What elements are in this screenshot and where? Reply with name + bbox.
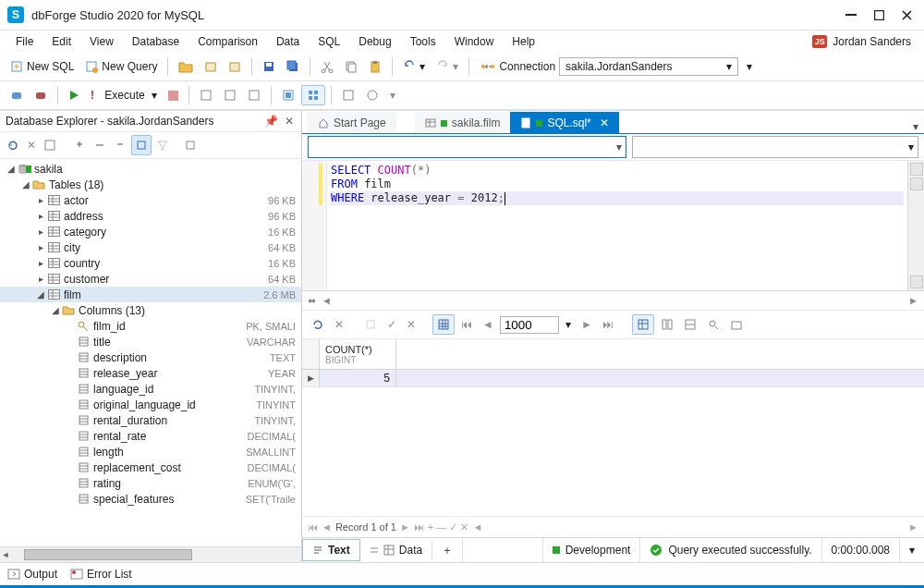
tab-sql[interactable]: SQL.sql*✕ xyxy=(510,112,618,133)
sql-editor[interactable]: SELECT COUNT(*) FROM film WHERE release_… xyxy=(302,161,924,291)
tb-g[interactable] xyxy=(361,86,383,104)
pin-icon[interactable]: 📌 xyxy=(264,115,277,128)
close-button[interactable] xyxy=(900,8,913,21)
tb-c[interactable] xyxy=(243,86,265,104)
tree-row[interactable]: ◢Tables (18) xyxy=(0,177,301,192)
tree-row[interactable]: rental_durationTINYINT, xyxy=(0,412,301,428)
db-disc-icon[interactable] xyxy=(30,86,52,104)
view-export-icon[interactable] xyxy=(726,315,747,334)
grid-cell[interactable]: 5 xyxy=(320,370,396,386)
results-commit-icon[interactable]: ✓ xyxy=(383,315,400,334)
page-next-icon[interactable]: ► xyxy=(578,315,596,334)
copy-button[interactable] xyxy=(340,57,362,76)
tab-close-icon[interactable]: ✕ xyxy=(600,116,609,129)
page-last-icon[interactable]: ⏭ xyxy=(599,315,617,334)
cut-button[interactable] xyxy=(316,57,338,76)
schema-selector[interactable]: ▾ xyxy=(632,136,918,158)
refresh-icon[interactable] xyxy=(4,136,22,154)
view-grid-icon[interactable] xyxy=(632,314,654,335)
expand-icon[interactable] xyxy=(111,136,129,154)
tb-e[interactable] xyxy=(301,85,325,105)
toolbar-btn-2[interactable] xyxy=(224,57,246,76)
add-view-button[interactable]: ＋ xyxy=(432,539,463,562)
tb-f[interactable] xyxy=(337,86,359,104)
menu-tools[interactable]: Tools xyxy=(402,32,444,51)
editor-splitter[interactable]: ⬌ ◄► xyxy=(302,291,924,311)
nav-prev-icon[interactable]: ◄ xyxy=(322,521,332,533)
tree-row[interactable]: language_idTINYINT, xyxy=(0,381,301,397)
tree-row[interactable]: titleVARCHAR xyxy=(0,334,301,349)
tb-a[interactable] xyxy=(195,86,217,104)
tree-row[interactable]: ◢film2.6 MB xyxy=(0,287,301,302)
tabs-overflow-button[interactable]: ▾ xyxy=(907,120,924,133)
page-dd[interactable]: ▾ xyxy=(562,315,575,334)
tree-row[interactable]: ▸city64 KB xyxy=(0,239,301,255)
run-button[interactable] xyxy=(64,87,84,104)
view-pivot-icon[interactable] xyxy=(680,315,700,334)
tree-row[interactable]: ▸actor96 KB xyxy=(0,192,301,208)
view-search-icon[interactable] xyxy=(703,315,723,334)
db-conn-icon[interactable] xyxy=(6,86,28,104)
results-grid[interactable]: COUNT(*)BIGINT ▶ 5 xyxy=(302,339,924,516)
connection-ext-button[interactable]: ▾ xyxy=(742,57,757,76)
redo-button[interactable]: ▾ xyxy=(432,57,463,76)
menu-comparison[interactable]: Comparison xyxy=(189,32,266,51)
new-query-button[interactable]: New Query xyxy=(80,57,162,76)
results-cancel-icon[interactable]: ✕ xyxy=(331,315,347,334)
menu-file[interactable]: File xyxy=(7,32,42,51)
grid-mode-icon[interactable] xyxy=(432,314,455,335)
connection-selector[interactable]: Connection sakila.JordanSanders▾ ▾ xyxy=(480,57,757,76)
nav-first-icon[interactable]: ⏮ xyxy=(308,521,318,533)
new-sql-button[interactable]: New SQL xyxy=(6,57,79,76)
tree-row[interactable]: ◢Columns (13) xyxy=(0,302,301,318)
tree-row[interactable]: release_yearYEAR xyxy=(0,365,301,381)
save-button[interactable] xyxy=(258,57,280,76)
error-list-tab[interactable]: Error List xyxy=(70,568,132,581)
user-account[interactable]: JS Jordan Sanders xyxy=(807,33,917,50)
explorer-h-scrollbar[interactable]: ◄ xyxy=(0,546,301,562)
options-icon[interactable] xyxy=(181,136,200,154)
tree-row[interactable]: lengthSMALLINT xyxy=(0,444,301,459)
maximize-button[interactable] xyxy=(872,8,885,21)
database-selector[interactable]: ▾ xyxy=(308,136,626,158)
stop-button[interactable] xyxy=(164,88,183,104)
save-all-button[interactable] xyxy=(282,57,304,76)
undo-button[interactable]: ▾ xyxy=(398,57,430,76)
execute-button[interactable]: ! Execute ▾ xyxy=(86,86,162,104)
menu-sql[interactable]: SQL xyxy=(310,32,348,51)
tb-b[interactable] xyxy=(219,86,241,104)
output-panel-tab[interactable]: Output xyxy=(7,568,57,581)
view-text-tab[interactable]: Text xyxy=(302,539,360,561)
view-card-icon[interactable] xyxy=(657,315,677,334)
menu-edit[interactable]: Edit xyxy=(43,32,79,51)
minimize-button[interactable] xyxy=(845,8,857,21)
paste-button[interactable] xyxy=(364,57,386,76)
menu-data[interactable]: Data xyxy=(268,32,308,51)
collapse-icon[interactable] xyxy=(70,136,89,154)
new-window-icon[interactable] xyxy=(41,136,59,154)
explorer-tree[interactable]: ◢ sakila◢Tables (18)▸actor96 KB▸address9… xyxy=(0,159,301,546)
toolbar-btn-1[interactable] xyxy=(200,57,222,76)
tree-row[interactable]: ▸customer64 KB xyxy=(0,271,301,287)
tree-row[interactable]: ▸country16 KB xyxy=(0,255,301,271)
tree-row[interactable]: ratingENUM('G', xyxy=(0,475,301,491)
tab-sakila-film[interactable]: sakila.film xyxy=(415,112,511,133)
tree-row[interactable]: rental_rateDECIMAL( xyxy=(0,428,301,444)
filter-icon[interactable] xyxy=(153,136,172,154)
open-button[interactable] xyxy=(174,57,198,76)
tree-row[interactable]: ◢ sakila xyxy=(0,161,301,177)
menu-view[interactable]: View xyxy=(81,32,122,51)
tree-row[interactable]: film_idPK, SMALI xyxy=(0,318,301,334)
link-icon[interactable] xyxy=(91,136,109,154)
results-refresh-icon[interactable] xyxy=(308,315,328,334)
menu-help[interactable]: Help xyxy=(504,32,543,51)
show-details-icon[interactable] xyxy=(131,135,152,155)
tree-row[interactable]: ▸category16 KB xyxy=(0,224,301,239)
grid-col-header[interactable]: COUNT(*)BIGINT xyxy=(320,339,396,369)
footer-dropdown[interactable]: ▾ xyxy=(899,538,924,562)
tb-d[interactable] xyxy=(277,86,299,104)
tab-start-page[interactable]: Start Page xyxy=(308,112,396,133)
nav-next-icon[interactable]: ► xyxy=(400,521,410,533)
page-size-input[interactable] xyxy=(500,316,559,334)
results-edit-icon[interactable] xyxy=(360,315,381,334)
